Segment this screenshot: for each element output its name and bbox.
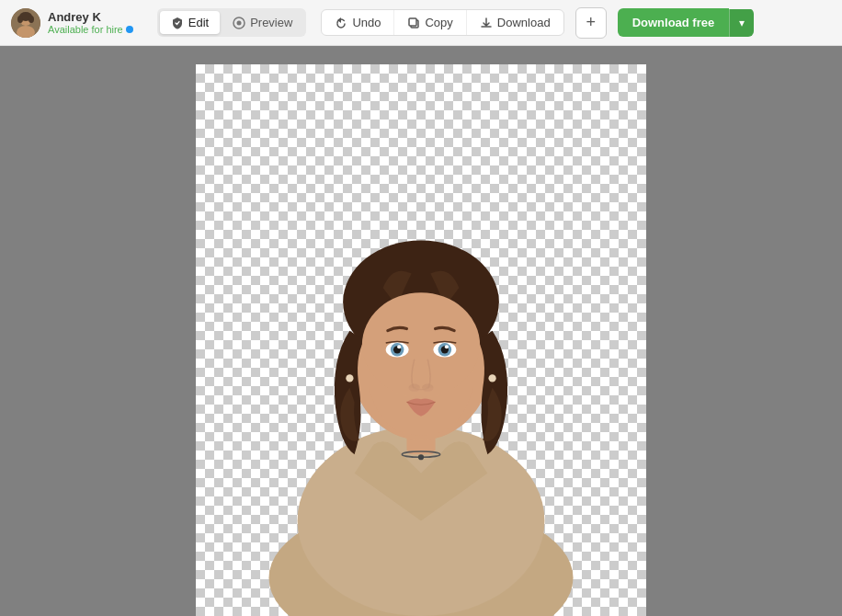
svg-point-29 <box>488 374 495 382</box>
svg-point-7 <box>237 20 242 25</box>
avatar <box>11 8 40 38</box>
plus-button[interactable]: + <box>575 7 607 39</box>
copy-label: Copy <box>425 16 452 29</box>
action-group: Undo Copy Download <box>321 9 563 36</box>
user-info: Andrey K Available for hire <box>48 10 133 36</box>
download-icon <box>480 17 493 29</box>
download-label: Download <box>497 16 551 29</box>
download-free-button[interactable]: Download free <box>618 8 730 37</box>
preview-label: Preview <box>250 16 292 29</box>
svg-point-4 <box>17 16 23 23</box>
canvas-area <box>0 46 842 616</box>
user-section: Andrey K Available for hire <box>11 8 133 38</box>
download-button[interactable]: Download <box>467 10 563 35</box>
preview-icon <box>233 17 245 29</box>
chevron-down-icon: ▾ <box>739 17 745 29</box>
svg-point-14 <box>418 454 424 460</box>
download-free-label: Download free <box>632 16 715 29</box>
user-name: Andrey K <box>48 10 133 25</box>
copy-button[interactable]: Copy <box>394 10 466 35</box>
edit-button[interactable]: Edit <box>160 11 220 34</box>
undo-icon <box>335 17 347 29</box>
edit-preview-toggle: Edit Preview <box>157 8 307 37</box>
download-free-dropdown[interactable]: ▾ <box>729 9 754 37</box>
svg-point-24 <box>397 345 401 348</box>
svg-point-5 <box>28 16 34 23</box>
undo-button[interactable]: Undo <box>322 10 394 35</box>
user-status: Available for hire <box>48 24 133 35</box>
undo-label: Undo <box>352 16 381 29</box>
download-free-group: Download free ▾ <box>618 8 755 37</box>
edit-icon <box>171 17 184 29</box>
topbar: Andrey K Available for hire Edit Preview <box>0 0 842 46</box>
person-image <box>196 64 646 616</box>
plus-icon: + <box>586 13 596 32</box>
svg-rect-9 <box>409 18 416 26</box>
edit-label: Edit <box>188 16 209 29</box>
status-indicator <box>126 26 133 33</box>
svg-point-28 <box>346 374 353 382</box>
preview-button[interactable]: Preview <box>222 11 303 34</box>
svg-point-25 <box>445 345 449 348</box>
image-container <box>196 64 646 616</box>
svg-point-17 <box>362 292 480 397</box>
copy-icon <box>407 17 420 29</box>
